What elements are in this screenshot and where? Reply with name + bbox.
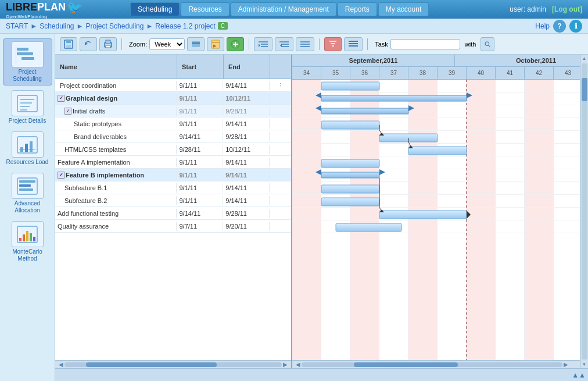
breadcrumb-release[interactable]: Release 1.2 project bbox=[155, 22, 215, 30]
logo-subtitle: OpenWebPlanning bbox=[6, 14, 47, 19]
nav-tab-resources[interactable]: Resources bbox=[181, 2, 229, 16]
table-row[interactable]: Static prototypes 9/1/11 9/14/11 bbox=[55, 117, 291, 130]
zoom-label: Zoom: bbox=[129, 41, 147, 48]
svg-rect-15 bbox=[19, 180, 35, 183]
vert-scroll-down[interactable]: ▼ bbox=[581, 361, 588, 368]
search-button[interactable] bbox=[481, 37, 494, 51]
zoom-select[interactable]: Week Day Month bbox=[149, 38, 185, 50]
table-row[interactable]: Subfeature B.2 9/1/11 9/14/11 bbox=[55, 194, 291, 207]
sidebar-item-resources-load[interactable]: Resources Load bbox=[3, 129, 52, 168]
release-badge[interactable]: C bbox=[218, 22, 228, 30]
table-row[interactable]: HTML/CSS templates 9/28/11 10/12/11 bbox=[55, 143, 291, 156]
toolbar-separator-4 bbox=[367, 38, 368, 50]
logout-button[interactable]: [Log out] bbox=[552, 5, 582, 13]
breadcrumb-start[interactable]: START bbox=[6, 22, 28, 30]
task-start: 9/1/11 bbox=[177, 183, 223, 193]
svg-marker-73 bbox=[379, 169, 385, 175]
svg-rect-23 bbox=[33, 237, 35, 241]
gantt-week-35: 35 bbox=[321, 67, 350, 79]
task-list-scrollbar[interactable]: ◀ ▶ bbox=[55, 360, 291, 368]
sidebar-item-project-scheduling[interactable]: Project Scheduling bbox=[3, 38, 52, 86]
task-start: 9/1/11 bbox=[177, 119, 224, 129]
task-end: 10/12/11 bbox=[223, 145, 270, 154]
svg-marker-62 bbox=[315, 92, 321, 98]
undo-button[interactable] bbox=[80, 37, 97, 51]
table-row[interactable]: Add functional testing 9/14/11 9/28/11 bbox=[55, 207, 291, 220]
allocation-icon bbox=[12, 173, 44, 199]
logo-plan: PLAN bbox=[37, 1, 66, 13]
svg-rect-71 bbox=[321, 159, 379, 168]
gantt-h-thumb[interactable] bbox=[354, 362, 458, 367]
vert-scroll-track[interactable] bbox=[582, 63, 587, 359]
svg-rect-12 bbox=[30, 141, 33, 152]
task-start: 9/1/11 bbox=[177, 106, 223, 116]
task-scroll-track[interactable] bbox=[64, 362, 282, 367]
svg-rect-66 bbox=[321, 121, 379, 129]
scroll-left-arrow[interactable]: ◀ bbox=[58, 361, 64, 368]
checkbox-icon[interactable]: ✓ bbox=[64, 108, 71, 115]
nav-tab-reports[interactable]: Reports bbox=[338, 2, 377, 16]
breadcrumb-scheduling[interactable]: Scheduling bbox=[40, 22, 74, 30]
svg-marker-79 bbox=[467, 211, 471, 219]
expand-all-button[interactable] bbox=[344, 37, 363, 51]
table-row[interactable]: Quality assurance 9/7/11 9/20/11 bbox=[55, 220, 291, 233]
table-row[interactable]: ✓ Graphical design 9/1/11 10/12/11 bbox=[55, 92, 291, 105]
task-rows[interactable]: Project coordination 9/1/11 9/14/11 ⋮ ✓ … bbox=[55, 79, 291, 360]
gantt-scroll-left[interactable]: ◀ bbox=[295, 361, 302, 368]
breadcrumb-project-scheduling[interactable]: Project Scheduling bbox=[85, 22, 144, 30]
table-row[interactable]: Subfeature B.1 9/1/11 9/14/11 bbox=[55, 181, 291, 194]
sidebar-item-montecarlo[interactable]: MonteCarlo Method bbox=[3, 219, 52, 265]
checkbox-icon[interactable]: ✓ bbox=[58, 172, 64, 179]
table-row[interactable]: Project coordination 9/1/11 9/14/11 ⋮ bbox=[55, 79, 291, 92]
task-start: 9/14/11 bbox=[177, 209, 223, 218]
indent-button[interactable] bbox=[254, 37, 273, 51]
svg-rect-17 bbox=[19, 188, 33, 191]
sidebar-item-project-details[interactable]: Project Details bbox=[3, 88, 52, 127]
task-list: Name Start End Project coordination 9/1/… bbox=[55, 55, 292, 368]
add-task-button[interactable] bbox=[227, 37, 244, 51]
task-end: 10/12/11 bbox=[223, 94, 270, 103]
gantt-bars-svg bbox=[292, 80, 580, 360]
sidebar-label-resources-load: Resources Load bbox=[6, 159, 49, 166]
montecarlo-icon bbox=[12, 221, 44, 247]
gantt-week-41: 41 bbox=[496, 67, 525, 79]
nav-tab-administration[interactable]: Administration / Management bbox=[231, 2, 336, 16]
svg-rect-30 bbox=[106, 45, 110, 48]
vert-scroll-thumb[interactable] bbox=[582, 78, 587, 101]
filter-button[interactable] bbox=[324, 37, 342, 51]
gantt-scroll-right[interactable]: ▶ bbox=[562, 361, 569, 368]
svg-rect-1 bbox=[17, 52, 33, 55]
checkbox-icon[interactable]: ✓ bbox=[58, 95, 64, 102]
svg-rect-2 bbox=[21, 57, 34, 60]
vertical-scrollbar[interactable]: ▲ ▼ bbox=[580, 55, 588, 368]
gantt-h-scrollbar[interactable]: ◀ ▶ bbox=[292, 360, 572, 368]
main: Project Scheduling Project Details bbox=[0, 34, 588, 381]
outdent-button[interactable] bbox=[275, 37, 293, 51]
print-button[interactable] bbox=[99, 37, 117, 51]
info-button[interactable]: ℹ bbox=[569, 20, 582, 33]
task-name: Subfeature B.1 bbox=[55, 183, 177, 193]
nav-tab-myaccount[interactable]: My account bbox=[378, 2, 429, 16]
scroll-right-arrow[interactable]: ▶ bbox=[282, 361, 289, 368]
help-button[interactable]: ? bbox=[553, 20, 566, 33]
svg-rect-16 bbox=[19, 184, 31, 187]
svg-rect-11 bbox=[25, 144, 28, 152]
sidebar-item-advanced-allocation[interactable]: Advanced Allocation bbox=[3, 170, 52, 216]
zoom-in-button[interactable] bbox=[187, 37, 205, 51]
go-today-button[interactable]: ▶ bbox=[207, 37, 224, 51]
collapse-button[interactable] bbox=[296, 37, 314, 51]
table-row[interactable]: ✓ Initial drafts 9/1/11 9/28/11 bbox=[55, 105, 291, 117]
save-button[interactable] bbox=[60, 37, 77, 51]
table-row[interactable]: ✓ Feature B implementation 9/1/11 9/14/1… bbox=[55, 169, 291, 181]
collapse-bottom-icon[interactable]: ▲▲ bbox=[572, 371, 586, 379]
resources-icon bbox=[12, 131, 44, 158]
table-row[interactable]: Feature A implementation 9/1/11 9/14/11 bbox=[55, 156, 291, 169]
table-row[interactable]: Brand deliverables 9/14/11 9/28/11 bbox=[55, 130, 291, 143]
task-search-input[interactable] bbox=[390, 39, 460, 49]
gantt-h-track[interactable] bbox=[302, 362, 562, 367]
task-scroll-thumb[interactable] bbox=[86, 362, 216, 367]
bottom-bar: ▲▲ bbox=[55, 368, 588, 381]
vert-scroll-up[interactable]: ▲ bbox=[581, 55, 588, 62]
nav-tab-scheduling[interactable]: Scheduling bbox=[130, 2, 180, 16]
gantt-weeks: 3435363738394041424344 bbox=[292, 67, 580, 79]
